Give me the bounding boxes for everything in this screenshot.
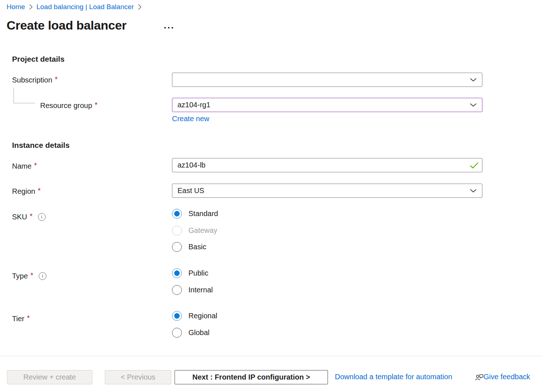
- breadcrumb: Home Load balancing | Load Balancer: [7, 3, 142, 11]
- radio-option-label: Public: [188, 268, 208, 278]
- region-dropdown[interactable]: East US: [172, 184, 482, 198]
- required-marker: *: [34, 161, 37, 170]
- validation-success-icon: [470, 162, 479, 169]
- download-template-link[interactable]: Download a template for automation: [335, 373, 452, 381]
- type-option-internal[interactable]: Internal: [172, 285, 213, 295]
- radio-option-label: Global: [188, 328, 210, 338]
- tier-label: Tier *: [12, 314, 30, 323]
- page-title: Create load balancer: [7, 18, 126, 32]
- previous-button[interactable]: < Previous: [105, 370, 171, 384]
- region-label: Region *: [12, 187, 41, 196]
- project-details-heading: Project details: [12, 55, 65, 64]
- sku-label-text: SKU: [12, 212, 27, 222]
- radio-selected-icon[interactable]: [172, 209, 182, 219]
- sku-option-standard[interactable]: Standard: [172, 209, 218, 219]
- required-marker: *: [38, 186, 41, 195]
- resource-group-label-text: Resource group: [40, 101, 92, 110]
- radio-selected-icon[interactable]: [172, 311, 182, 321]
- breadcrumb-load-balancing-link[interactable]: Load balancing | Load Balancer: [37, 3, 134, 11]
- region-value: East US: [177, 187, 204, 195]
- required-marker: *: [55, 74, 58, 84]
- radio-selected-icon[interactable]: [172, 268, 182, 278]
- tier-option-regional[interactable]: Regional: [172, 311, 217, 321]
- sku-option-gateway: Gateway: [172, 226, 217, 235]
- breadcrumb-home-link[interactable]: Home: [7, 3, 25, 11]
- radio-unselected-icon[interactable]: [172, 328, 182, 338]
- subscription-dropdown[interactable]: [172, 73, 482, 87]
- chevron-down-icon: [470, 103, 477, 107]
- info-icon[interactable]: i: [38, 213, 46, 221]
- sku-option-basic[interactable]: Basic: [172, 242, 206, 252]
- radio-unselected-icon[interactable]: [172, 285, 182, 295]
- chevron-right-icon: [138, 4, 142, 10]
- resource-group-label: Resource group *: [40, 101, 97, 110]
- region-label-text: Region: [12, 187, 35, 196]
- name-label: Name *: [12, 161, 37, 171]
- subscription-label-text: Subscription: [12, 75, 52, 85]
- resource-group-value: az104-rg1: [177, 101, 210, 109]
- radio-option-label: Gateway: [188, 226, 217, 235]
- name-input[interactable]: [172, 158, 482, 172]
- radio-unselected-icon[interactable]: [172, 242, 182, 252]
- radio-disabled-icon: [172, 226, 182, 235]
- radio-option-label: Regional: [188, 311, 217, 321]
- footer-divider: [0, 356, 543, 356]
- create-load-balancer-page: Home Load balancing | Load Balancer Crea…: [0, 0, 543, 392]
- tier-label-text: Tier: [12, 314, 24, 323]
- radio-option-label: Internal: [188, 285, 213, 295]
- radio-option-label: Basic: [188, 242, 206, 252]
- required-marker: *: [30, 270, 33, 280]
- give-feedback-link[interactable]: Give feedback: [483, 373, 530, 381]
- create-new-link[interactable]: Create new: [172, 115, 209, 123]
- required-marker: *: [30, 211, 32, 221]
- type-option-public[interactable]: Public: [172, 268, 208, 278]
- chevron-down-icon: [470, 78, 477, 82]
- review-create-button[interactable]: Review + create: [7, 370, 92, 384]
- radio-option-label: Standard: [188, 209, 218, 219]
- more-options-icon[interactable]: [164, 27, 173, 28]
- required-marker: *: [95, 100, 97, 109]
- required-marker: *: [27, 313, 30, 323]
- chevron-down-icon: [470, 189, 477, 193]
- subscription-label: Subscription *: [12, 75, 58, 85]
- info-icon[interactable]: i: [39, 272, 46, 280]
- feedback-icon: [475, 373, 483, 383]
- sku-label: SKU * i: [12, 212, 46, 222]
- type-label: Type * i: [12, 271, 46, 281]
- name-label-text: Name: [12, 161, 31, 171]
- type-label-text: Type: [12, 271, 28, 281]
- next-frontend-ip-button[interactable]: Next : Frontend IP configuration >: [175, 370, 328, 384]
- instance-details-heading: Instance details: [12, 141, 70, 150]
- resource-group-dropdown[interactable]: az104-rg1: [172, 98, 482, 112]
- resource-group-connector: [14, 88, 35, 103]
- tier-option-global[interactable]: Global: [172, 328, 210, 338]
- chevron-right-icon: [29, 4, 33, 10]
